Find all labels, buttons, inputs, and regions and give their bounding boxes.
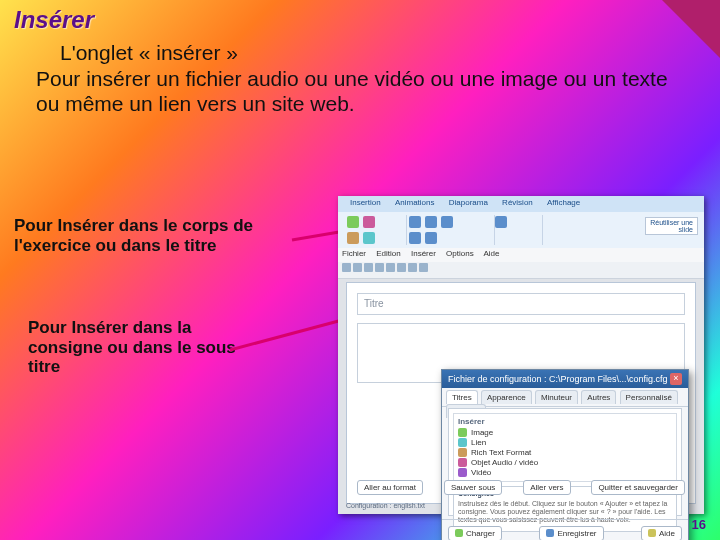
reuse-slide-button[interactable]: Réutiliser uneslide <box>645 217 698 235</box>
doc-button[interactable]: Aller au format <box>357 480 423 495</box>
dialog-tab[interactable]: Titres <box>446 390 478 404</box>
generic-icon[interactable] <box>441 216 453 228</box>
generic-icon[interactable] <box>425 216 437 228</box>
help-icon <box>648 529 656 537</box>
generic-icon[interactable] <box>409 216 421 228</box>
doc-button[interactable]: Quitter et sauvegarder <box>591 480 685 495</box>
ribbon-tab[interactable]: Insertion <box>350 198 381 207</box>
insert-option[interactable]: Rich Text Format <box>458 448 672 457</box>
toolbar-icon[interactable] <box>375 263 384 272</box>
insert-group-label: Insérer <box>458 417 672 426</box>
toolbar-icon[interactable] <box>419 263 428 272</box>
link-icon[interactable] <box>363 232 375 244</box>
insert-option[interactable]: Image <box>458 428 672 437</box>
dialog-footer: Charger Enregistrer Aide <box>442 519 688 540</box>
config-dialog: Fichier de configuration : C:\Program Fi… <box>441 369 689 540</box>
main-paragraph: L'onglet « insérer » Pour insérer un fic… <box>36 40 676 117</box>
insert-option[interactable]: Lien <box>458 438 672 447</box>
title-field[interactable]: Titre <box>357 293 685 315</box>
menu-item[interactable]: Insérer <box>411 249 436 258</box>
ribbon-group-2 <box>402 215 495 245</box>
document-area: Fichier Edition Insérer Options Aide Tit… <box>338 248 704 514</box>
help-button[interactable]: Aide <box>641 526 682 541</box>
link-icon <box>458 438 467 447</box>
ribbon-bar: Réutiliser uneslide <box>338 212 704 249</box>
image-icon <box>458 428 467 437</box>
dialog-body: Insérer Image Lien Rich Text Format Obje… <box>448 408 682 516</box>
save-icon <box>546 529 554 537</box>
doc-canvas: Titre Fichier de configuration : C:\Prog… <box>346 282 696 504</box>
dialog-tab[interactable]: Personnalisé <box>620 390 678 404</box>
dialog-tab[interactable]: Minuteur <box>535 390 578 404</box>
app-screenshot: Insertion Animations Diaporama Révision … <box>338 196 704 514</box>
menu-item[interactable]: Edition <box>376 249 400 258</box>
close-icon[interactable]: × <box>670 373 682 385</box>
sound-icon[interactable] <box>363 216 375 228</box>
dialog-tab[interactable]: Autres <box>581 390 616 404</box>
toolbar-icon[interactable] <box>408 263 417 272</box>
slide-title: Insérer <box>14 6 94 34</box>
generic-icon[interactable] <box>425 232 437 244</box>
ribbon-tab[interactable]: Affichage <box>547 198 580 207</box>
ribbon-tab[interactable]: Diaporama <box>449 198 488 207</box>
toolbar-icon[interactable] <box>353 263 362 272</box>
load-icon <box>455 529 463 537</box>
insert-option[interactable]: Objet Audio / vidéo <box>458 458 672 467</box>
toolbar-icon[interactable] <box>364 263 373 272</box>
dialog-tab[interactable]: Apparence <box>481 390 532 404</box>
ribbon-tab[interactable]: Révision <box>502 198 533 207</box>
ribbon-tab[interactable]: Animations <box>395 198 435 207</box>
toolbar-icon[interactable] <box>386 263 395 272</box>
statusbar-left: Configuration : english.txt <box>346 502 425 512</box>
generic-icon[interactable] <box>495 216 507 228</box>
image-icon[interactable] <box>347 216 359 228</box>
text-icon[interactable] <box>347 232 359 244</box>
load-button[interactable]: Charger <box>448 526 502 541</box>
ribbon-group-media <box>340 215 407 245</box>
insert-group: Insérer Image Lien Rich Text Format Obje… <box>453 413 677 482</box>
doc-toolbar <box>338 262 704 279</box>
audio-icon <box>458 458 467 467</box>
menu-item[interactable]: Fichier <box>342 249 366 258</box>
menu-item[interactable]: Aide <box>483 249 499 258</box>
main-para-line1: L'onglet « insérer » <box>60 40 676 66</box>
ribbon-group-3 <box>488 215 543 245</box>
rtf-icon <box>458 448 467 457</box>
statusbar: Configuration : english.txt <box>346 502 696 512</box>
insert-option[interactable]: Vidéo <box>458 468 672 477</box>
caption-body-title: Pour Insérer dans le corps de l'exercice… <box>14 216 324 255</box>
page-number: 16 <box>692 517 706 532</box>
ribbon-tabs: Insertion Animations Diaporama Révision … <box>338 196 704 212</box>
menu-item[interactable]: Options <box>446 249 474 258</box>
dialog-title-text: Fichier de configuration : C:\Program Fi… <box>448 374 668 384</box>
generic-icon[interactable] <box>409 232 421 244</box>
doc-button[interactable]: Sauver sous <box>444 480 502 495</box>
save-button[interactable]: Enregistrer <box>539 526 603 541</box>
dialog-titlebar: Fichier de configuration : C:\Program Fi… <box>442 370 688 388</box>
toolbar-icon[interactable] <box>342 263 351 272</box>
doc-bottom-buttons: Aller au format Sauver sous Aller vers Q… <box>357 480 685 495</box>
video-icon <box>458 468 467 477</box>
doc-button[interactable]: Aller vers <box>523 480 570 495</box>
caption-consigne: Pour Insérer dans la consigne ou dans le… <box>28 318 258 377</box>
toolbar-icon[interactable] <box>397 263 406 272</box>
main-para-rest: Pour insérer un fichier audio ou une vid… <box>36 66 676 117</box>
ribbon-right: Réutiliser uneslide <box>645 216 698 236</box>
dialog-tabs: Titres Apparence Minuteur Autres Personn… <box>442 388 688 407</box>
